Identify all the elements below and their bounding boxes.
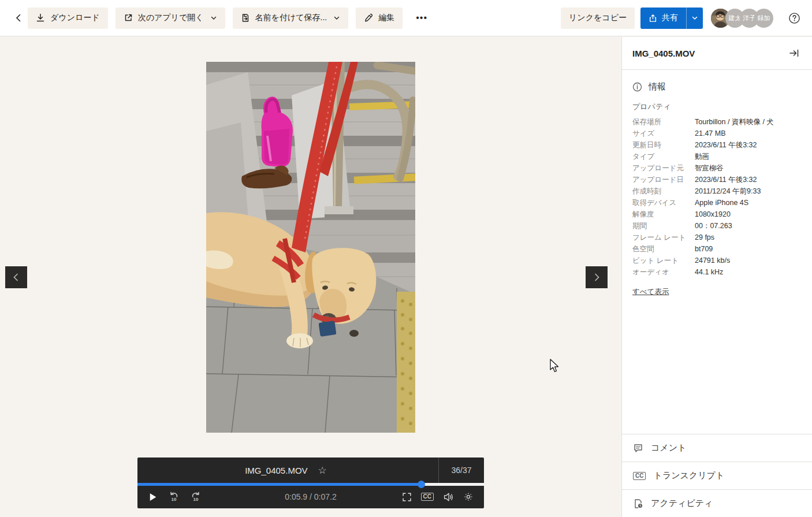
favorite-star-icon[interactable]: ☆ [315, 464, 330, 477]
help-button[interactable] [786, 10, 803, 27]
property-value: bt709 [695, 243, 713, 255]
property-row: ビット レート24791 kb/s [632, 255, 802, 266]
property-value: 智宣柳谷 [695, 162, 724, 174]
property-value: 24791 kb/s [695, 255, 730, 266]
skip-back-10-icon: 10 [168, 491, 180, 503]
open-with-button[interactable]: 次のアプリで開く [116, 8, 225, 29]
captions-icon: CC [421, 493, 434, 501]
mouse-cursor [550, 359, 560, 373]
skip-forward-10-button[interactable]: 10 [187, 489, 205, 505]
property-row: フレーム レート29 fps [632, 232, 802, 243]
activity-section-button[interactable]: アクティビティ [622, 489, 812, 517]
property-label: フレーム レート [632, 232, 695, 243]
property-value: 2023/6/11 午後3:32 [695, 174, 757, 185]
property-value: 21.47 MB [695, 128, 726, 139]
chevron-down-icon [691, 14, 698, 21]
property-value: 2023/6/11 午後3:32 [695, 139, 757, 151]
back-button[interactable] [9, 10, 28, 26]
video-preview[interactable] [206, 62, 415, 433]
share-icon [649, 14, 657, 23]
open-with-label: 次のアプリで開く [138, 13, 204, 23]
help-icon [788, 12, 800, 24]
fullscreen-icon [402, 492, 412, 502]
shared-with-avatars: 建太 洋子 録加 [711, 9, 773, 28]
property-label: タイプ [632, 151, 695, 162]
edit-button[interactable]: 編集 [356, 8, 403, 29]
property-value: 29 fps [695, 232, 714, 243]
share-button[interactable]: 共有 [640, 8, 686, 29]
avatar-initials-text: 録加 [758, 14, 770, 23]
property-row: 更新日時2023/6/11 午後3:32 [632, 139, 802, 151]
property-row: 作成時刻2011/12/24 午前9:33 [632, 185, 802, 197]
edit-label: 編集 [378, 13, 394, 23]
player-title: IMG_0405.MOV [245, 466, 307, 475]
property-label: 期間 [632, 220, 695, 232]
video-frame-image [206, 62, 415, 433]
property-row: 期間00：07.263 [632, 220, 802, 232]
collapse-panel-icon [789, 49, 799, 58]
property-value: 00：07.263 [695, 220, 732, 232]
captions-button[interactable]: CC [418, 490, 437, 503]
property-value[interactable]: Tourbillon / 資料映像 / 犬 [695, 116, 774, 128]
more-icon: ••• [416, 13, 427, 23]
share-split-button: 共有 [640, 8, 703, 29]
property-row: 色空間bt709 [632, 243, 802, 255]
video-player-bar: IMG_0405.MOV ☆ 36/37 0:05.9 / 0:07.2 10 … [137, 458, 484, 508]
video-tactile-paving [397, 292, 415, 433]
comments-section-button[interactable]: コメント [622, 434, 812, 462]
property-label: サイズ [632, 128, 695, 139]
activity-label: アクティビティ [651, 498, 713, 509]
svg-text:10: 10 [172, 497, 177, 502]
save-as-button[interactable]: 名前を付けて保存... [233, 8, 349, 29]
more-options-button[interactable]: ••• [410, 8, 433, 29]
svg-text:10: 10 [193, 497, 199, 502]
copy-link-button[interactable]: リンクをコピー [561, 8, 635, 29]
property-label: 作成時刻 [632, 185, 695, 197]
property-label: 解像度 [632, 209, 695, 220]
copy-link-label: リンクをコピー [569, 13, 627, 23]
download-button[interactable]: ダウンロード [28, 8, 108, 29]
collapse-panel-button[interactable] [787, 46, 802, 60]
file-position-counter: 36/37 [438, 458, 484, 483]
settings-button[interactable] [460, 489, 477, 504]
skip-forward-10-icon: 10 [190, 491, 202, 503]
property-value: 動画 [695, 151, 709, 162]
avatar-initials[interactable]: 録加 [754, 9, 773, 28]
show-all-link[interactable]: すべて表示 [632, 287, 669, 297]
details-panel-header: IMG_0405.MOV [622, 37, 812, 70]
volume-button[interactable] [439, 489, 457, 505]
properties-title: プロパティ [632, 102, 802, 112]
property-row: タイプ動画 [632, 151, 802, 162]
chevron-right-icon [592, 273, 601, 282]
fullscreen-button[interactable] [398, 490, 415, 504]
next-file-button[interactable] [586, 266, 608, 288]
top-toolbar: ダウンロード 次のアプリで開く 名前を付けて保存... 編集 ••• リンクをコ… [0, 0, 812, 36]
property-label: 更新日時 [632, 139, 695, 151]
info-label: 情報 [649, 81, 666, 92]
save-as-icon [241, 13, 250, 23]
property-label: アップロード日 [632, 174, 695, 185]
play-button[interactable] [144, 490, 161, 504]
share-dropdown-button[interactable] [686, 8, 703, 29]
property-value: 1080x1920 [695, 209, 731, 220]
video-dark-spot [349, 330, 359, 337]
properties-section: プロパティ 保存場所Tourbillon / 資料映像 / 犬 サイズ21.47… [622, 96, 812, 278]
comments-label: コメント [651, 442, 686, 453]
skip-back-10-button[interactable]: 10 [165, 489, 183, 505]
property-value: 44.1 kHz [695, 266, 723, 278]
download-label: ダウンロード [50, 13, 100, 23]
property-value: 2011/12/24 午前9:33 [695, 185, 761, 197]
transcript-icon: CC [633, 472, 646, 480]
download-icon [36, 13, 45, 23]
transcript-section-button[interactable]: CC トランスクリプト [622, 462, 812, 489]
gear-icon [463, 492, 474, 502]
player-controls-row: 0:05.9 / 0:07.2 10 10 [137, 486, 484, 508]
previous-file-button[interactable] [5, 266, 27, 288]
panel-filename: IMG_0405.MOV [632, 49, 695, 58]
property-value: Apple iPhone 4S [695, 197, 748, 209]
details-panel: IMG_0405.MOV 情報 プロパティ 保存場所Tourbillon / 資… [621, 37, 812, 517]
property-label: アップロード元 [632, 162, 695, 174]
property-label: オーディオ [632, 266, 695, 278]
comment-icon [633, 443, 643, 453]
property-row: 取得デバイスApple iPhone 4S [632, 197, 802, 209]
